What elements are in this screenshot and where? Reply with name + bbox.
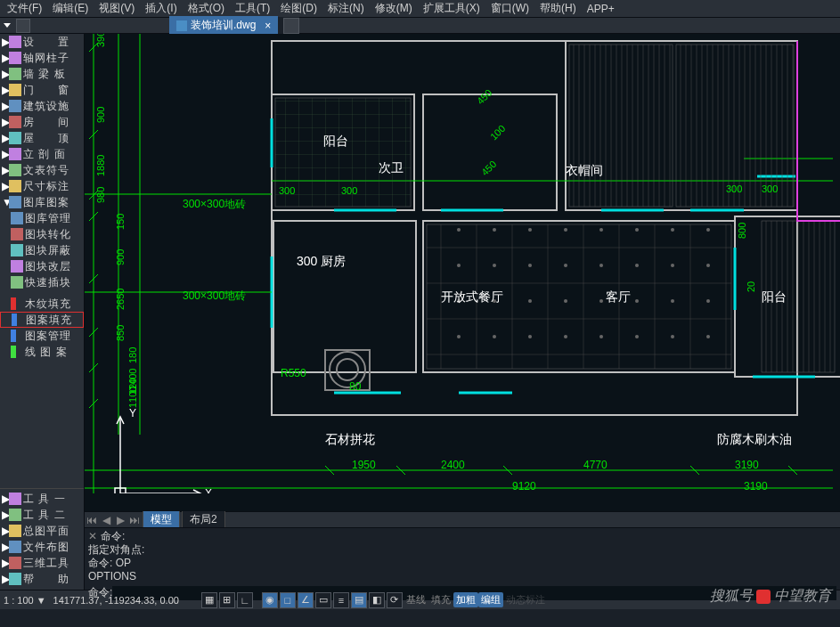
toolbar-icon[interactable]	[16, 19, 30, 33]
item-icon	[9, 100, 21, 112]
sidebar-item[interactable]: 图库管理	[0, 210, 84, 226]
svg-text:300×300地砖: 300×300地砖	[183, 198, 246, 210]
menu-item[interactable]: 工具(T)	[230, 1, 275, 16]
sidebar-item[interactable]: ▶轴网柱子	[0, 50, 84, 66]
sidebar-item[interactable]: 图块屏蔽	[0, 242, 84, 258]
menu-item[interactable]: 帮助(H)	[534, 1, 582, 16]
sidebar-item[interactable]: ▶房 间	[0, 114, 84, 130]
sidebar-item[interactable]: ▼图库图案	[0, 194, 84, 210]
sidebar-item[interactable]: 图块改层	[0, 258, 84, 274]
tab-nav-prev[interactable]: ◀	[100, 514, 112, 526]
menu-item[interactable]: 窗口(W)	[485, 1, 534, 16]
status-dongtai[interactable]: 动态标注	[503, 593, 548, 607]
expand-icon: ▶	[2, 52, 9, 64]
sidebar-item[interactable]: 快速插块	[0, 274, 84, 290]
grid-icon[interactable]: ▦	[201, 592, 217, 608]
item-icon	[11, 346, 23, 358]
status-jixian[interactable]: 基线	[404, 593, 428, 607]
cyc-icon[interactable]: ⟳	[387, 592, 403, 608]
dropdown-icon[interactable]	[4, 23, 11, 28]
menu-bar: 文件(F)编辑(E)视图(V)插入(I)格式(O)工具(T)绘图(D)标注(N)…	[0, 0, 840, 18]
ortho-icon[interactable]: ∟	[237, 592, 253, 608]
svg-text:20: 20	[746, 281, 756, 292]
svg-text:2400: 2400	[441, 459, 465, 471]
file-tab[interactable]: 装饰培训.dwg ×	[169, 16, 278, 35]
sidebar-item[interactable]: ▶尺寸标注	[0, 178, 84, 194]
svg-text:R550: R550	[281, 367, 306, 379]
item-icon	[11, 228, 23, 240]
sidebar-item[interactable]: 木纹填充	[0, 296, 84, 312]
qp-icon[interactable]: ▤	[351, 592, 367, 608]
sidebar-item[interactable]: 图块转化	[0, 226, 84, 242]
cmd-close-icon[interactable]: ✕	[88, 530, 97, 542]
sidebar-item-label: 墙 梁 板	[23, 67, 66, 82]
menu-item[interactable]: 格式(O)	[183, 1, 230, 16]
menu-item[interactable]: 文件(F)	[2, 1, 47, 16]
sidebar-item-label: 轴网柱子	[23, 51, 69, 66]
sidebar-item-label: 设 置	[23, 35, 69, 50]
sidebar: ▶设 置▶轴网柱子▶墙 梁 板▶门 窗▶建筑设施▶房 间▶屋 顶▶立 剖 面▶文…	[0, 34, 85, 590]
drawing-canvas[interactable]: 阳台 次卫 衣帽间 300 厨房 开放式餐厅 客厅 阳台 石材拼花 防腐木刷木油…	[85, 34, 840, 511]
menu-item[interactable]: 编辑(E)	[47, 1, 94, 16]
item-icon	[9, 132, 21, 144]
sidebar-item[interactable]: ▶设 置	[0, 34, 84, 50]
sc-icon[interactable]: ◧	[369, 592, 385, 608]
menu-item[interactable]: 插入(I)	[140, 1, 182, 16]
close-tab-icon[interactable]: ×	[265, 20, 271, 32]
svg-text:900: 900	[95, 107, 106, 123]
sidebar-item-label: 图案填充	[26, 313, 72, 328]
svg-text:390: 390	[95, 34, 106, 47]
tab-model[interactable]: 模型	[143, 510, 180, 529]
tab-layout2[interactable]: 布局2	[182, 510, 225, 529]
sidebar-item[interactable]: ▶立 剖 面	[0, 146, 84, 162]
menu-item[interactable]: 修改(M)	[370, 1, 418, 16]
menu-item[interactable]: 扩展工具(X)	[418, 1, 485, 16]
item-icon	[11, 276, 23, 289]
expand-icon: ▶	[2, 116, 9, 128]
sidebar-item[interactable]: ▶总图平面	[0, 523, 84, 539]
svg-text:300: 300	[279, 185, 295, 196]
menu-item[interactable]: 标注(N)	[322, 1, 370, 16]
sidebar-item[interactable]: ▶墙 梁 板	[0, 66, 84, 82]
item-icon	[9, 84, 21, 96]
sidebar-item[interactable]: 线 图 案	[0, 344, 84, 360]
sidebar-item[interactable]: ▶帮 助	[0, 571, 84, 587]
sidebar-item[interactable]: ▶屋 顶	[0, 130, 84, 146]
sidebar-item[interactable]: ▶门 窗	[0, 82, 84, 98]
status-bianzu[interactable]: 编组	[478, 592, 503, 607]
polar-icon[interactable]: ◉	[262, 592, 278, 608]
svg-text:980: 980	[95, 187, 106, 203]
sidebar-item[interactable]: ▶建筑设施	[0, 98, 84, 114]
sidebar-item[interactable]: ▶文表符号	[0, 162, 84, 178]
item-icon	[9, 573, 21, 585]
sidebar-item[interactable]: ▶文件布图	[0, 539, 84, 555]
item-icon	[9, 525, 21, 537]
lwt-icon[interactable]: ≡	[333, 592, 349, 608]
dyn-icon[interactable]: ▭	[315, 592, 331, 608]
item-icon	[9, 68, 21, 80]
osnap-icon[interactable]: □	[280, 592, 296, 608]
svg-point-9	[337, 359, 358, 380]
item-icon	[11, 330, 23, 342]
sidebar-item[interactable]: ▶工 具 二	[0, 507, 84, 523]
sidebar-item[interactable]: 图案填充	[0, 312, 84, 328]
sidebar-item[interactable]: ▶三维工具	[0, 555, 84, 571]
menu-item[interactable]: APP+	[582, 3, 620, 15]
snap-icon[interactable]: ⊞	[219, 592, 235, 608]
tab-nav-next[interactable]: ▶	[114, 514, 126, 526]
status-tianchong[interactable]: 填充	[428, 593, 453, 607]
otrack-icon[interactable]: ∠	[298, 592, 314, 608]
menu-item[interactable]: 绘图(D)	[275, 1, 322, 16]
expand-icon: ▶	[2, 493, 9, 505]
tab-nav-last[interactable]: ⏭	[128, 514, 141, 526]
sidebar-item-label: 文表符号	[23, 163, 69, 178]
sidebar-item[interactable]: 图案管理	[0, 328, 84, 344]
status-scale[interactable]: 1 : 100 ▼	[0, 595, 50, 606]
menu-item[interactable]: 视图(V)	[94, 1, 140, 16]
tab-nav-first[interactable]: ⏮	[86, 514, 98, 526]
sidebar-item-label: 工 具 一	[23, 492, 66, 507]
new-tab-icon[interactable]	[283, 18, 299, 34]
status-jiacu[interactable]: 加粗	[453, 592, 478, 607]
item-icon	[11, 260, 23, 273]
sidebar-item[interactable]: ▶工 具 一	[0, 491, 84, 507]
